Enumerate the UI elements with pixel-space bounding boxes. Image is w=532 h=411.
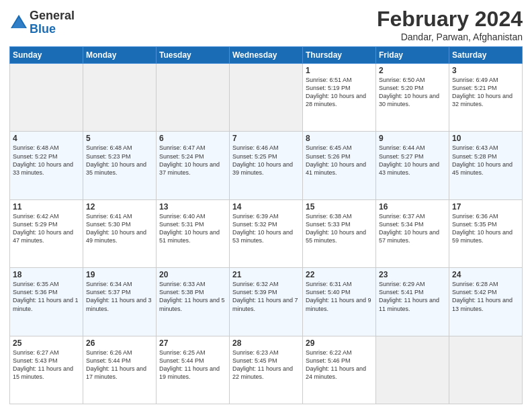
day-info: Sunrise: 6:43 AMSunset: 5:28 PMDaylight:… — [452, 144, 519, 177]
day-info: Sunrise: 6:29 AMSunset: 5:41 PMDaylight:… — [379, 280, 446, 313]
page: General Blue February 2024 Dandar, Parwa… — [0, 0, 532, 411]
day-number: 12 — [86, 202, 153, 212]
calendar-cell-0-2 — [157, 64, 230, 132]
calendar-cell-1-6: 10Sunrise: 6:43 AMSunset: 5:28 PMDayligh… — [449, 132, 523, 199]
day-info: Sunrise: 6:48 AMSunset: 5:23 PMDaylight:… — [86, 144, 153, 177]
day-number: 6 — [159, 134, 226, 143]
col-friday: Friday — [376, 47, 449, 64]
calendar-cell-2-3: 14Sunrise: 6:39 AMSunset: 5:32 PMDayligh… — [230, 199, 303, 267]
calendar-cell-4-3: 28Sunrise: 6:23 AMSunset: 5:45 PMDayligh… — [230, 336, 303, 404]
day-number: 16 — [379, 202, 446, 212]
calendar-cell-4-1: 26Sunrise: 6:26 AMSunset: 5:44 PMDayligh… — [83, 336, 157, 404]
day-number: 26 — [86, 338, 153, 348]
calendar-cell-1-2: 6Sunrise: 6:47 AMSunset: 5:24 PMDaylight… — [157, 132, 230, 199]
day-number: 13 — [159, 202, 226, 212]
week-row-3: 11Sunrise: 6:42 AMSunset: 5:29 PMDayligh… — [10, 199, 523, 267]
day-number: 17 — [452, 202, 519, 212]
calendar-cell-1-0: 4Sunrise: 6:48 AMSunset: 5:22 PMDaylight… — [10, 132, 83, 199]
day-number: 18 — [13, 270, 80, 279]
day-number: 11 — [13, 202, 80, 212]
day-info: Sunrise: 6:45 AMSunset: 5:26 PMDaylight:… — [306, 144, 373, 177]
day-number: 25 — [13, 338, 80, 348]
col-saturday: Saturday — [449, 47, 523, 64]
day-info: Sunrise: 6:37 AMSunset: 5:34 PMDaylight:… — [379, 212, 446, 245]
calendar-cell-4-6 — [449, 336, 523, 404]
day-info: Sunrise: 6:41 AMSunset: 5:30 PMDaylight:… — [86, 212, 153, 245]
day-info: Sunrise: 6:38 AMSunset: 5:33 PMDaylight:… — [306, 212, 373, 245]
logo-blue-text: Blue — [30, 23, 75, 36]
logo-text: General Blue — [30, 9, 75, 36]
day-info: Sunrise: 6:33 AMSunset: 5:38 PMDaylight:… — [159, 280, 226, 313]
day-number: 21 — [232, 270, 300, 279]
day-info: Sunrise: 6:26 AMSunset: 5:44 PMDaylight:… — [86, 349, 153, 381]
day-number: 7 — [232, 134, 300, 143]
day-number: 28 — [232, 338, 300, 348]
day-number: 2 — [379, 66, 446, 75]
day-info: Sunrise: 6:49 AMSunset: 5:21 PMDaylight:… — [452, 76, 519, 109]
calendar-cell-3-0: 18Sunrise: 6:35 AMSunset: 5:36 PMDayligh… — [10, 268, 83, 336]
calendar-cell-1-1: 5Sunrise: 6:48 AMSunset: 5:23 PMDaylight… — [83, 132, 157, 199]
day-info: Sunrise: 6:40 AMSunset: 5:31 PMDaylight:… — [159, 212, 226, 245]
day-info: Sunrise: 6:35 AMSunset: 5:36 PMDaylight:… — [13, 280, 80, 313]
day-info: Sunrise: 6:31 AMSunset: 5:40 PMDaylight:… — [306, 280, 373, 313]
calendar-cell-0-4: 1Sunrise: 6:51 AMSunset: 5:19 PMDaylight… — [303, 64, 376, 132]
calendar-cell-4-4: 29Sunrise: 6:22 AMSunset: 5:46 PMDayligh… — [303, 336, 376, 404]
logo-icon — [9, 13, 28, 32]
calendar-cell-0-0 — [10, 64, 83, 132]
day-info: Sunrise: 6:46 AMSunset: 5:25 PMDaylight:… — [232, 144, 300, 177]
location: Dandar, Parwan, Afghanistan — [377, 32, 523, 42]
calendar-cell-0-5: 2Sunrise: 6:50 AMSunset: 5:20 PMDaylight… — [376, 64, 449, 132]
col-monday: Monday — [83, 47, 157, 64]
day-info: Sunrise: 6:23 AMSunset: 5:45 PMDaylight:… — [232, 349, 300, 381]
day-number: 29 — [306, 338, 373, 348]
day-info: Sunrise: 6:25 AMSunset: 5:44 PMDaylight:… — [159, 349, 226, 381]
day-info: Sunrise: 6:36 AMSunset: 5:35 PMDaylight:… — [452, 212, 519, 245]
day-info: Sunrise: 6:32 AMSunset: 5:39 PMDaylight:… — [232, 280, 300, 313]
calendar-cell-2-2: 13Sunrise: 6:40 AMSunset: 5:31 PMDayligh… — [157, 199, 230, 267]
day-number: 4 — [13, 134, 80, 143]
day-info: Sunrise: 6:47 AMSunset: 5:24 PMDaylight:… — [159, 144, 226, 177]
day-number: 1 — [306, 66, 373, 75]
day-number: 3 — [452, 66, 519, 75]
day-number: 23 — [379, 270, 446, 279]
calendar-cell-4-5 — [376, 336, 449, 404]
day-info: Sunrise: 6:39 AMSunset: 5:32 PMDaylight:… — [232, 212, 300, 245]
calendar-cell-3-6: 24Sunrise: 6:28 AMSunset: 5:42 PMDayligh… — [449, 268, 523, 336]
calendar-cell-2-6: 17Sunrise: 6:36 AMSunset: 5:35 PMDayligh… — [449, 199, 523, 267]
day-info: Sunrise: 6:44 AMSunset: 5:27 PMDaylight:… — [379, 144, 446, 177]
calendar-cell-1-5: 9Sunrise: 6:44 AMSunset: 5:27 PMDaylight… — [376, 132, 449, 199]
day-info: Sunrise: 6:48 AMSunset: 5:22 PMDaylight:… — [13, 144, 80, 177]
day-number: 15 — [306, 202, 373, 212]
day-number: 14 — [232, 202, 300, 212]
calendar-table: Sunday Monday Tuesday Wednesday Thursday… — [9, 46, 523, 404]
calendar-cell-3-3: 21Sunrise: 6:32 AMSunset: 5:39 PMDayligh… — [230, 268, 303, 336]
day-info: Sunrise: 6:51 AMSunset: 5:19 PMDaylight:… — [306, 76, 373, 109]
day-number: 9 — [379, 134, 446, 143]
month-title: February 2024 — [377, 7, 523, 32]
col-wednesday: Wednesday — [230, 47, 303, 64]
col-tuesday: Tuesday — [157, 47, 230, 64]
week-row-2: 4Sunrise: 6:48 AMSunset: 5:22 PMDaylight… — [10, 132, 523, 199]
day-info: Sunrise: 6:27 AMSunset: 5:43 PMDaylight:… — [13, 349, 80, 381]
calendar-cell-0-1 — [83, 64, 157, 132]
col-sunday: Sunday — [10, 47, 83, 64]
calendar-header-row: Sunday Monday Tuesday Wednesday Thursday… — [10, 47, 523, 64]
calendar-cell-0-6: 3Sunrise: 6:49 AMSunset: 5:21 PMDaylight… — [449, 64, 523, 132]
calendar-cell-3-1: 19Sunrise: 6:34 AMSunset: 5:37 PMDayligh… — [83, 268, 157, 336]
calendar-cell-1-3: 7Sunrise: 6:46 AMSunset: 5:25 PMDaylight… — [230, 132, 303, 199]
calendar-cell-3-2: 20Sunrise: 6:33 AMSunset: 5:38 PMDayligh… — [157, 268, 230, 336]
calendar-cell-2-4: 15Sunrise: 6:38 AMSunset: 5:33 PMDayligh… — [303, 199, 376, 267]
logo: General Blue — [9, 9, 75, 36]
calendar-cell-2-5: 16Sunrise: 6:37 AMSunset: 5:34 PMDayligh… — [376, 199, 449, 267]
day-number: 27 — [159, 338, 226, 348]
header: General Blue February 2024 Dandar, Parwa… — [9, 7, 523, 42]
calendar-cell-3-4: 22Sunrise: 6:31 AMSunset: 5:40 PMDayligh… — [303, 268, 376, 336]
week-row-5: 25Sunrise: 6:27 AMSunset: 5:43 PMDayligh… — [10, 336, 523, 404]
day-number: 5 — [86, 134, 153, 143]
calendar-cell-2-0: 11Sunrise: 6:42 AMSunset: 5:29 PMDayligh… — [10, 199, 83, 267]
title-block: February 2024 Dandar, Parwan, Afghanista… — [377, 7, 523, 42]
day-number: 20 — [159, 270, 226, 279]
day-info: Sunrise: 6:28 AMSunset: 5:42 PMDaylight:… — [452, 280, 519, 313]
day-info: Sunrise: 6:42 AMSunset: 5:29 PMDaylight:… — [13, 212, 80, 245]
day-number: 8 — [306, 134, 373, 143]
